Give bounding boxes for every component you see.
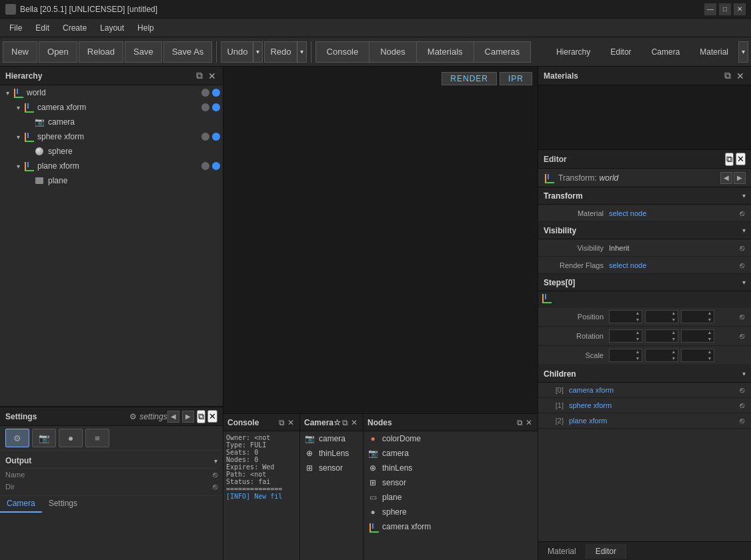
- editor-scale-z-arrows[interactable]: ▲▼: [706, 349, 714, 362]
- rbt-material[interactable]: Material: [538, 544, 586, 559]
- maximize-button[interactable]: □: [719, 3, 731, 15]
- tab-nodes[interactable]: Nodes: [369, 41, 416, 63]
- editor-scale-x-field[interactable]: 0.01 ▲▼: [609, 349, 642, 362]
- camera-item-camera[interactable]: 📷 camera: [300, 431, 363, 446]
- undo-button[interactable]: Undo: [221, 41, 253, 63]
- children-link-1[interactable]: sphere xform: [569, 401, 738, 409]
- nodes-expand-button[interactable]: ⧉: [516, 418, 524, 427]
- editor-rot-y-arrows[interactable]: ▲▼: [670, 329, 678, 343]
- up-arrow[interactable]: ▲: [706, 349, 714, 355]
- editor-rot-z-field[interactable]: 0 ▲▼: [681, 329, 714, 343]
- editor-renderflags-link-button[interactable]: ⎋: [738, 261, 746, 270]
- nodes-item-colorDome[interactable]: ● colorDome: [363, 431, 538, 446]
- menu-help[interactable]: Help: [131, 21, 161, 35]
- down-arrow[interactable]: ▼: [670, 317, 678, 323]
- children-link-btn-2[interactable]: ⎋: [738, 416, 746, 425]
- tree-item-camera[interactable]: 📷 camera: [0, 115, 223, 129]
- editor-pos-z-arrows[interactable]: ▲▼: [706, 310, 714, 323]
- down-arrow[interactable]: ▼: [706, 355, 714, 362]
- redo-dropdown-arrow[interactable]: ▾: [297, 41, 307, 63]
- editor-section-visibility[interactable]: Visibility ▾: [538, 222, 751, 239]
- editor-rot-z-arrows[interactable]: ▲▼: [706, 329, 714, 343]
- new-button[interactable]: New: [3, 41, 37, 63]
- console-expand-button[interactable]: ⧉: [277, 418, 286, 427]
- camera-panel-close-button[interactable]: ✕: [349, 418, 359, 427]
- menu-edit[interactable]: Edit: [29, 21, 56, 35]
- editor-pos-z-field[interactable]: 0 ▲▼: [681, 310, 714, 323]
- editor-rot-x-input[interactable]: 0: [610, 332, 634, 340]
- editor-section-transform[interactable]: Transform ▾: [538, 187, 751, 205]
- tree-item-camera-xform[interactable]: ▾ camera xform: [0, 100, 223, 115]
- close-button[interactable]: ✕: [734, 3, 746, 15]
- reload-button[interactable]: Reload: [79, 41, 123, 63]
- up-arrow[interactable]: ▲: [634, 329, 642, 336]
- editor-next-button[interactable]: ▶: [734, 172, 746, 184]
- editor-scale-y-arrows[interactable]: ▲▼: [670, 349, 678, 362]
- editor-pos-y-arrows[interactable]: ▲▼: [670, 310, 678, 323]
- settings-tab-camera[interactable]: Camera: [0, 496, 42, 513]
- up-arrow[interactable]: ▲: [670, 329, 678, 336]
- editor-section-children[interactable]: Children ▾: [538, 365, 751, 383]
- extra-tabs-arrow[interactable]: ▾: [738, 41, 748, 63]
- tab-cameras[interactable]: Cameras: [474, 41, 532, 63]
- redo-button[interactable]: Redo: [264, 41, 296, 63]
- tree-expand-world[interactable]: ▾: [3, 88, 12, 97]
- editor-visibility-link-button[interactable]: ⎋: [738, 243, 746, 253]
- tree-item-sphere-xform[interactable]: ▾ sphere xform: [0, 129, 223, 144]
- ipr-button[interactable]: IPR: [500, 72, 532, 85]
- down-arrow[interactable]: ▼: [634, 317, 642, 323]
- editor-rot-x-field[interactable]: 0 ▲▼: [609, 329, 642, 343]
- editor-scale-z-field[interactable]: 0.01 ▲▼: [681, 349, 714, 362]
- nodes-item-thinLens[interactable]: ⊕ thinLens: [363, 461, 538, 475]
- menu-layout[interactable]: Layout: [93, 21, 131, 35]
- editor-renderflags-value[interactable]: select node: [609, 261, 738, 269]
- minimize-button[interactable]: —: [704, 3, 716, 15]
- editor-rot-y-field[interactable]: 0 ▲▼: [645, 329, 678, 343]
- camera-item-sensor[interactable]: ⊞ sensor: [300, 461, 363, 475]
- settings-icon-gear[interactable]: ⚙: [5, 429, 29, 447]
- up-arrow[interactable]: ▲: [634, 310, 642, 317]
- open-button[interactable]: Open: [39, 41, 77, 63]
- down-arrow[interactable]: ▼: [706, 336, 714, 343]
- tree-expand-camera-xform[interactable]: ▾: [13, 103, 23, 112]
- settings-expand-button[interactable]: ⧉: [197, 410, 205, 423]
- settings-prev-button[interactable]: ◀: [167, 411, 179, 423]
- save-button[interactable]: Save: [125, 41, 162, 63]
- editor-material-value[interactable]: select node: [609, 209, 738, 217]
- output-dir-link-button[interactable]: ⎋: [213, 482, 217, 491]
- editor-pos-x-field[interactable]: 0 ▲▼: [609, 310, 642, 323]
- editor-rot-x-arrows[interactable]: ▲▼: [634, 329, 642, 343]
- tab-camera[interactable]: Camera: [642, 41, 690, 63]
- up-arrow[interactable]: ▲: [670, 310, 678, 317]
- editor-scale-z-input[interactable]: 0.01: [682, 351, 706, 359]
- menu-file[interactable]: File: [3, 21, 29, 35]
- editor-section-steps[interactable]: Steps[0] ▾: [538, 274, 751, 291]
- nodes-item-plane[interactable]: ▭ plane: [363, 490, 538, 505]
- materials-expand-button[interactable]: ⧉: [723, 70, 732, 81]
- settings-close-button[interactable]: ✕: [207, 410, 217, 423]
- tree-expand-plane-xform[interactable]: ▾: [13, 161, 23, 171]
- editor-scale-x-input[interactable]: 0.01: [610, 351, 634, 359]
- up-arrow[interactable]: ▲: [634, 349, 642, 355]
- editor-position-link-button[interactable]: ⎋: [738, 312, 746, 321]
- save-as-button[interactable]: Save As: [163, 41, 213, 63]
- nodes-item-camera[interactable]: 📷 camera: [363, 446, 538, 461]
- editor-pos-y-field[interactable]: 0 ▲▼: [645, 310, 678, 323]
- editor-prev-button[interactable]: ◀: [720, 172, 732, 184]
- rbt-editor[interactable]: Editor: [586, 544, 626, 559]
- tab-material[interactable]: Material: [690, 41, 738, 63]
- tree-item-sphere[interactable]: sphere: [0, 144, 223, 159]
- nodes-item-sphere[interactable]: ● sphere: [363, 505, 538, 519]
- tree-expand-sphere-xform[interactable]: ▾: [13, 132, 23, 141]
- hierarchy-close-button[interactable]: ✕: [207, 70, 217, 81]
- camera-panel-expand-button[interactable]: ⧉: [341, 418, 349, 427]
- editor-pos-y-input[interactable]: 0: [646, 313, 670, 321]
- settings-next-button[interactable]: ▶: [182, 411, 194, 423]
- console-close-button[interactable]: ✕: [286, 418, 295, 427]
- editor-material-link-button[interactable]: ⎋: [738, 209, 746, 218]
- down-arrow[interactable]: ▼: [634, 336, 642, 343]
- editor-rot-y-input[interactable]: 0: [646, 332, 670, 340]
- down-arrow[interactable]: ▼: [706, 317, 714, 323]
- down-arrow[interactable]: ▼: [634, 355, 642, 362]
- materials-close-button[interactable]: ✕: [735, 70, 746, 81]
